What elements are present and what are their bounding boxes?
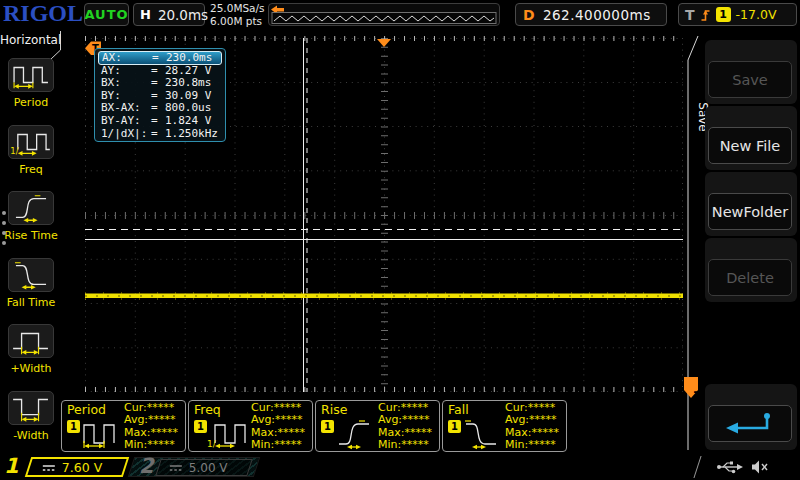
minus-width-icon <box>8 391 54 425</box>
left-menu: Horizontal Period 1/ Freq <box>0 30 62 455</box>
fall-time-icon <box>460 417 502 451</box>
menu-slot <box>705 384 797 450</box>
plus-width-icon <box>8 324 54 358</box>
menu-slot: New File <box>705 106 797 170</box>
left-menu-title: Horizontal <box>0 33 60 47</box>
delay-value: 262.400000ms <box>535 7 659 23</box>
horizontal-timebase-box[interactable]: H 20.0ms <box>133 3 205 26</box>
freq-icon: 1/ <box>206 417 248 451</box>
run-status-badge: AUTO <box>84 3 129 26</box>
oscilloscope-screen: T T RIGOL AUTO H 20.0ms 25.0MSa/s 6.00M … <box>0 0 800 480</box>
new-file-button[interactable]: New File <box>708 127 792 164</box>
rise-time-icon <box>333 417 375 451</box>
trigger-box[interactable]: T 1 -17.0V <box>678 3 797 26</box>
measurement-period[interactable]: Period 1 Cur:*****Avg:***** Max:*****Min… <box>61 400 186 452</box>
page-dot <box>2 241 6 245</box>
channel-bar: 1 7.60 V 2 5.00 V <box>0 455 800 480</box>
page-dot <box>2 221 6 225</box>
delay-box[interactable]: D 262.400000ms <box>515 3 667 26</box>
ch1-status[interactable]: 7.60 V <box>25 457 129 477</box>
trigger-label: T <box>685 7 695 23</box>
dc-coupling-icon <box>42 462 56 472</box>
ch2-status[interactable]: 5.00 V <box>155 459 253 476</box>
rising-edge-icon <box>700 7 711 22</box>
svg-text:1/: 1/ <box>207 439 217 449</box>
waveform-preview-graphic <box>269 4 499 25</box>
horizontal-label: H <box>140 7 151 22</box>
rise-time-icon <box>8 191 54 225</box>
delete-button[interactable]: Delete <box>708 259 792 296</box>
menu-slot: NewFolder <box>705 172 797 236</box>
sample-rate: 25.0MSa/s <box>210 2 265 15</box>
back-button[interactable] <box>708 405 792 442</box>
return-arrow-icon <box>718 410 782 438</box>
measurement-rise[interactable]: Rise 1 Cur:*****Avg:***** Max:*****Min:*… <box>315 400 440 452</box>
cursor-readout-panel: AX:=230.0ms AY:=28.27 V BX:=230.8ms BY:=… <box>94 48 226 142</box>
period-icon <box>8 58 54 92</box>
page-dot <box>2 231 6 235</box>
menu-slot: Save <box>705 40 797 104</box>
trigger-source-badge: 1 <box>716 7 731 22</box>
dc-coupling-icon <box>169 463 183 473</box>
memory-depth: 6.00M pts <box>210 15 265 28</box>
status-divider <box>693 456 701 478</box>
waveform-preview[interactable] <box>268 3 500 26</box>
speaker-muted-icon <box>750 460 770 474</box>
page-dot <box>2 211 6 215</box>
ch2-scale: 5.00 V <box>189 461 228 475</box>
rigol-logo: RIGOL <box>3 0 83 27</box>
cursor-row-byay: BY-AY:=1.824 V <box>98 115 222 128</box>
ch1-trace <box>85 294 683 299</box>
svg-text:1/: 1/ <box>10 146 18 156</box>
freq-icon: 1/ <box>8 125 54 159</box>
ch1-scale: 7.60 V <box>62 460 102 475</box>
measurement-fall[interactable]: Fall 1 Cur:*****Avg:***** Max:*****Min:*… <box>442 400 567 452</box>
acquisition-info: 25.0MSa/s 6.00M pts <box>210 2 265 27</box>
cursor-row-bx: BX:=230.8ms <box>98 77 222 90</box>
period-icon <box>79 417 121 451</box>
ch2-number[interactable]: 2 <box>139 454 154 478</box>
menu-slot: Delete <box>705 238 797 302</box>
save-button[interactable]: Save <box>708 61 792 98</box>
cursor-row-freq: 1/|dX|:=1.250kHz <box>98 128 222 141</box>
usb-icon <box>716 459 744 475</box>
new-folder-button[interactable]: NewFolder <box>708 193 792 230</box>
right-menu: Save Save New File NewFolder Delete <box>695 30 800 455</box>
ch1-number[interactable]: 1 <box>4 454 19 478</box>
cursor-row-ax: AX:=230.0ms <box>98 51 222 65</box>
delay-label: D <box>523 7 535 23</box>
timebase-value: 20.0ms <box>158 7 208 23</box>
measurement-freq[interactable]: Freq 1 1/ Cur:*****Avg:***** Max:*****Mi… <box>188 400 313 452</box>
trigger-position-icon <box>377 39 391 47</box>
fall-time-icon <box>8 258 54 292</box>
trigger-level-value: -17.0V <box>736 7 777 22</box>
